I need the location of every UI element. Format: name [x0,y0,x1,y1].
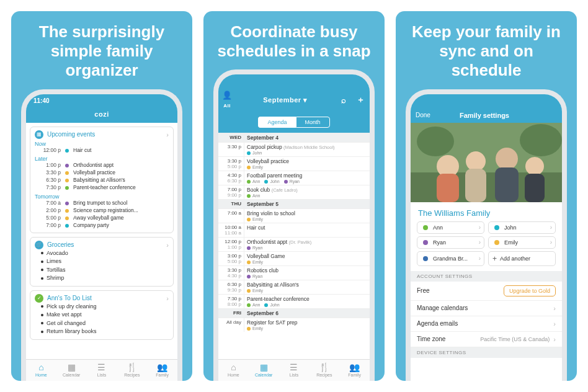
item-label: Shrimp [47,274,65,283]
family-settings-screen: The Williams Family Ann›John›Ryan›Emily›… [411,123,562,381]
family-photo[interactable] [411,123,562,202]
upgrade-button[interactable]: Upgrade to Gold [504,285,556,296]
event-title: Football parent meeting [247,172,367,179]
agenda-event-row[interactable]: 3:30 p4:30 pRobotics club Ryan [218,265,370,280]
home-icon: ⌂ [218,362,249,372]
agenda-event-row[interactable]: 7:00 aBring violin to school Emily [218,208,370,223]
tab-bar: ⌂Home ▦Calendar ☰Lists 🍴Recipes 👥Family [218,359,370,381]
event-title: Volleyball Game [247,253,367,259]
seg-agenda[interactable]: Agenda [258,117,295,128]
member-dot [423,225,428,230]
member-dot [65,164,69,167]
event-row[interactable]: 1:00 pOrthodontist appt [40,162,169,169]
settings-header: Done Family settings [411,108,562,123]
list-item[interactable]: Get oil changed [41,319,169,328]
upcoming-events-card[interactable]: ▦ Upcoming events › Now12:00 pHair cutLa… [30,127,174,233]
chevron-right-icon: › [479,224,481,231]
filter-all[interactable]: 👤All [218,91,236,109]
list-item[interactable]: Make vet appt [41,311,169,319]
member-name: Ann [433,225,443,231]
tab-family[interactable]: 👥Family [339,360,370,381]
member-chip[interactable]: John› [488,221,556,234]
tab-calendar[interactable]: ▦Calendar [249,360,279,381]
tab-lists[interactable]: ☰Lists [279,360,310,381]
agenda-emails-row[interactable]: Agenda emails › [411,316,562,332]
agenda-event-row[interactable]: 3:30 p5:00 pVolleyball practice Emily [218,156,370,171]
event-row[interactable]: 5:00 pAway volleyball game [40,215,169,222]
list-item[interactable]: Return library books [41,327,169,336]
member-dot [65,202,69,205]
member-dot [494,225,499,230]
day-header: THUSeptember 5 [218,199,370,208]
agenda-event-row[interactable]: 7:30 p8:00 pParent-teacher conference An… [218,294,370,308]
event-title: Babysitting at Allison's [73,177,125,184]
bullet-icon [41,261,43,263]
event-row[interactable]: 7:30 pParent-teacher conference [40,184,169,192]
seg-month[interactable]: Month [296,117,330,128]
member-dot [65,224,69,228]
tab-lists[interactable]: ☰Lists [87,360,117,381]
member-chip[interactable]: Ann› [417,221,484,234]
event-row[interactable]: 3:30 pVolleyball practice [40,169,169,177]
list-item[interactable]: Pick up dry cleaning [41,303,169,311]
list-item[interactable]: Tortillas [41,266,169,275]
member-name: Grandma Br... [433,256,468,262]
todo-card[interactable]: ✓ Ann's To Do List › Pick up dry cleanin… [30,290,174,340]
event-time: 3:30 p [40,169,61,177]
event-title: Carpool pickup (Madison Middle School) [247,144,367,150]
agenda-event-row[interactable]: 3:00 p5:00 pVolleyball Game Emily [218,251,370,265]
item-label: Tortillas [47,266,66,275]
groceries-card[interactable]: 🛒 Groceries › AvocadoLimesTortillasShrim… [30,237,174,287]
attendees: Ryan [247,274,367,278]
add-member-button[interactable]: +Add another [488,251,556,266]
event-time: 6:30 p [40,177,61,184]
list-icon: ☰ [279,362,310,372]
agenda-event-row[interactable]: 3:30 pCarpool pickup (Madison Middle Sch… [218,142,370,156]
agenda-event-row[interactable]: All dayRegister for SAT prep Emily [218,318,370,332]
event-group-label: Tomorrow [35,194,169,200]
event-row[interactable]: 2:00 pScience camp registration... [40,207,169,215]
cart-icon: 🛒 [35,241,43,249]
event-time: 6:30 p9:30 p [218,280,244,294]
tab-calendar[interactable]: ▦Calendar [56,360,87,381]
member-chip[interactable]: Grandma Br...› [417,251,484,266]
add-icon[interactable]: ＋ [352,94,370,105]
chevron-right-icon: › [553,305,556,312]
list-item[interactable]: Shrimp [41,274,169,283]
list-item[interactable]: Limes [41,257,169,266]
tab-family[interactable]: 👥Family [147,360,177,381]
agenda-event-row[interactable]: 6:30 p9:30 pBabysitting at Allison's Emi… [218,280,370,294]
manage-calendars-row[interactable]: Manage calendars › [411,301,562,316]
member-dot [247,194,251,198]
member-chip[interactable]: Ryan› [417,236,484,249]
agenda-event-row[interactable]: 7:00 p9:00 pBook club (Cafe Ladro)Ann [218,185,370,199]
agenda-event-row[interactable]: 12:00 p1:00 pOrthodontist appt (Dr. Pavl… [218,237,370,251]
member-dot [65,186,69,190]
list-item[interactable]: Avocado [41,249,169,258]
bullet-icon [41,305,43,308]
event-row[interactable]: 12:00 pHair cut [40,147,169,154]
event-time: 12:00 p1:00 p [218,238,244,251]
home-icon: ⌂ [26,362,56,372]
agenda-list[interactable]: WEDSeptember 43:30 pCarpool pickup (Madi… [218,133,370,359]
member-chip[interactable]: Emily› [488,236,556,249]
tab-recipes[interactable]: 🍴Recipes [309,360,339,381]
agenda-event-row[interactable]: 4:30 p6:30 pFootball parent meeting AnnJ… [218,171,370,185]
agenda-event-row[interactable]: 10:00 a11:00 aHair cut [218,223,370,237]
event-row[interactable]: 7:00 aBring trumpet to school [40,200,169,207]
event-row[interactable]: 6:30 pBabysitting at Allison's [40,177,169,184]
calendar-title[interactable]: September ▾ [236,96,335,104]
app-logo: cozi [94,110,109,118]
tab-home[interactable]: ⌂Home [218,360,249,381]
promo-panel-3: Keep your family in sync and on schedule… [396,11,577,381]
timezone-row[interactable]: Time zone Pacific Time (US & Canada) › [411,332,562,347]
event-row[interactable]: 7:00 pCompany party [40,222,169,229]
bullet-icon [41,277,43,280]
event-title: Babysitting at Allison's [247,282,367,288]
item-label: Get oil changed [47,319,86,328]
search-icon[interactable]: ⌕ [335,96,352,105]
status-bar: 11:40 [26,94,177,108]
tab-home[interactable]: ⌂Home [26,360,56,381]
tab-recipes[interactable]: 🍴Recipes [117,360,147,381]
plan-row[interactable]: Free Upgrade to Gold [411,282,562,301]
